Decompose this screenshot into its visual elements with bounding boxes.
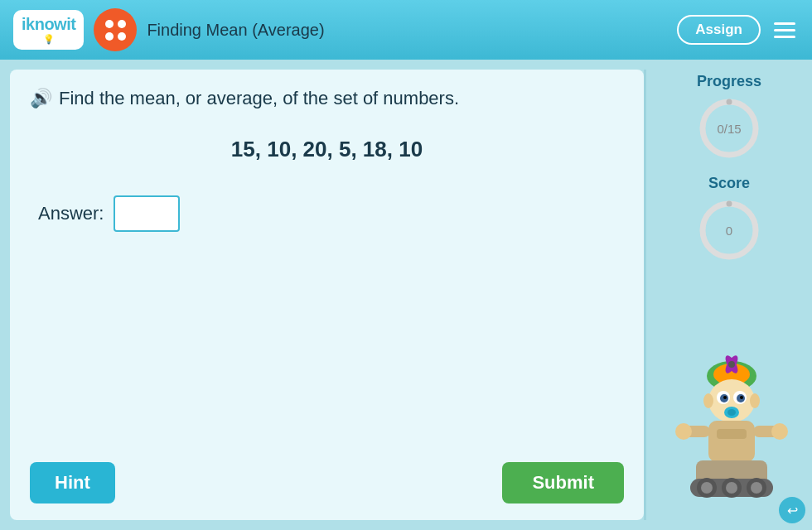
svg-point-31 [701, 482, 713, 494]
score-section: Score 0 [696, 175, 762, 263]
sidebar: Progress 0/15 Score 0 [646, 60, 812, 530]
dice-dot [105, 32, 114, 41]
progress-section: Progress 0/15 [696, 73, 762, 161]
hamburger-line [774, 29, 795, 31]
answer-row: Answer: [38, 195, 624, 232]
robot-area [667, 277, 791, 517]
numbers-display: 15, 10, 20, 5, 18, 10 [30, 137, 624, 162]
assign-button[interactable]: Assign [677, 15, 761, 45]
progress-label: Progress [697, 73, 761, 90]
svg-point-17 [727, 409, 736, 416]
menu-button[interactable] [771, 19, 799, 41]
dice-dots [105, 20, 126, 41]
progress-value: 0/15 [717, 122, 741, 136]
svg-point-18 [703, 393, 713, 408]
answer-input[interactable] [114, 195, 180, 232]
dice-icon [94, 8, 137, 51]
progress-circle: 0/15 [696, 95, 762, 161]
svg-point-15 [740, 396, 743, 399]
hamburger-line [774, 22, 795, 25]
svg-point-25 [771, 423, 788, 440]
robot-character [667, 353, 791, 510]
header-right: Assign [677, 15, 799, 45]
question-section: 🔊 Find the mean, or average, of the set … [30, 86, 624, 449]
hint-button[interactable]: Hint [30, 462, 115, 504]
back-button[interactable]: ↩ [779, 497, 805, 523]
svg-rect-21 [717, 429, 747, 439]
back-arrow-icon: ↩ [787, 503, 798, 518]
svg-point-24 [675, 423, 692, 440]
answer-label: Answer: [38, 203, 104, 224]
svg-point-14 [723, 396, 727, 399]
svg-rect-20 [708, 421, 755, 462]
logo: iknowit 💡 [13, 10, 84, 50]
question-header: 🔊 Find the mean, or average, of the set … [30, 86, 624, 112]
svg-point-33 [751, 482, 762, 494]
dice-dot [105, 20, 114, 28]
content-area: 🔊 Find the mean, or average, of the set … [10, 70, 644, 520]
bulb-icon: 💡 [22, 34, 75, 45]
lesson-title: Finding Mean (Average) [147, 21, 667, 40]
bottom-buttons: Hint Submit [30, 449, 624, 504]
svg-point-19 [750, 393, 760, 408]
main-container: 🔊 Find the mean, or average, of the set … [0, 60, 812, 530]
score-label: Score [708, 175, 750, 192]
logo-text: iknowit [22, 15, 75, 33]
score-value: 0 [726, 224, 732, 238]
dice-dot [118, 20, 126, 28]
header: iknowit 💡 Finding Mean (Average) Assign [0, 0, 812, 60]
hamburger-line [774, 36, 795, 38]
submit-button[interactable]: Submit [502, 462, 624, 504]
score-circle: 0 [696, 197, 762, 263]
dice-dot [118, 32, 126, 41]
speaker-icon[interactable]: 🔊 [30, 88, 52, 109]
svg-point-32 [726, 482, 737, 494]
svg-point-8 [728, 361, 735, 368]
question-text: Find the mean, or average, of the set of… [59, 86, 459, 112]
